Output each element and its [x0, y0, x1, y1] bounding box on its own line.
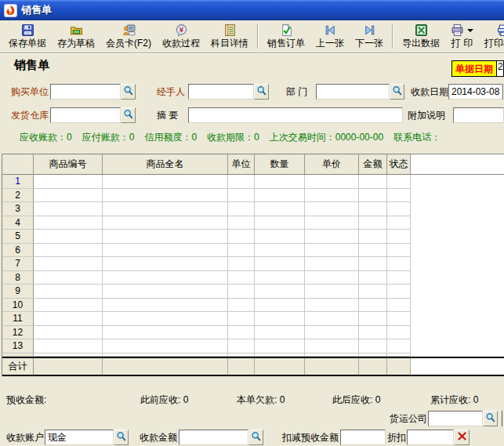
- grid-cell[interactable]: [228, 189, 255, 203]
- grid-cell[interactable]: [228, 285, 255, 299]
- row-number[interactable]: 2: [2, 189, 34, 203]
- abstract-input[interactable]: [188, 107, 403, 123]
- account-lookup-button[interactable]: [114, 430, 129, 445]
- grid-cell[interactable]: [387, 312, 411, 326]
- column-header[interactable]: 数量: [255, 154, 305, 174]
- grid-cell[interactable]: [255, 312, 305, 326]
- grid-cell[interactable]: [255, 175, 305, 189]
- payment-account-input[interactable]: [45, 430, 114, 445]
- row-number[interactable]: 11: [2, 312, 34, 326]
- grid-cell[interactable]: [387, 271, 411, 285]
- grid-cell[interactable]: [255, 189, 305, 203]
- handler-lookup-button[interactable]: [254, 84, 269, 100]
- grid-cell[interactable]: [387, 189, 411, 203]
- grid-cell[interactable]: [387, 244, 411, 258]
- grid-cell[interactable]: [228, 175, 255, 189]
- grid-cell[interactable]: [387, 230, 411, 244]
- grid-cell[interactable]: [34, 271, 103, 285]
- grid-cell[interactable]: [103, 202, 228, 216]
- grid-cell[interactable]: [387, 202, 411, 216]
- payment-process-button[interactable]: ¥ 收款过程: [157, 21, 205, 52]
- next-button[interactable]: 下一张: [350, 21, 389, 52]
- grid-cell[interactable]: [255, 271, 305, 285]
- grid-cell[interactable]: [305, 189, 359, 203]
- grid-cell[interactable]: [359, 216, 387, 230]
- collect-date-input[interactable]: [448, 84, 502, 100]
- row-number[interactable]: 4: [2, 216, 34, 230]
- previous-button[interactable]: 上一张: [310, 21, 350, 52]
- row-number[interactable]: 7: [2, 257, 34, 271]
- column-header[interactable]: 单价: [305, 154, 359, 174]
- row-number[interactable]: 8: [2, 271, 34, 285]
- grid-cell[interactable]: [387, 326, 411, 340]
- grid-cell[interactable]: [387, 285, 411, 299]
- grid-cell[interactable]: [387, 175, 411, 189]
- column-header[interactable]: 金额: [359, 154, 387, 174]
- handler-input[interactable]: [188, 84, 254, 100]
- grid-cell[interactable]: [305, 285, 359, 299]
- grid-cell[interactable]: [228, 299, 255, 313]
- grid-cell[interactable]: [103, 312, 228, 326]
- grid-cell[interactable]: [255, 354, 305, 357]
- discount-input[interactable]: [407, 430, 454, 445]
- row-number[interactable]: [2, 354, 34, 357]
- grid-cell[interactable]: [359, 339, 387, 354]
- row-number[interactable]: 13: [2, 339, 34, 354]
- grid-cell[interactable]: [387, 354, 411, 357]
- column-header[interactable]: 状态: [387, 154, 411, 174]
- column-header[interactable]: 商品全名: [103, 154, 228, 174]
- freight-lookup-button[interactable]: [483, 411, 498, 426]
- grid-cell[interactable]: [305, 312, 359, 326]
- column-header[interactable]: 单位: [228, 154, 255, 174]
- save-order-button[interactable]: 保存单据: [3, 21, 52, 52]
- grid-cell[interactable]: [34, 312, 103, 326]
- grid-cell[interactable]: [255, 202, 305, 216]
- grid-cell[interactable]: [228, 257, 255, 271]
- grid-cell[interactable]: [34, 244, 103, 258]
- grid-cell[interactable]: [255, 339, 305, 354]
- row-number-header[interactable]: [2, 154, 34, 174]
- caret-down-icon[interactable]: [467, 29, 473, 32]
- titlebar[interactable]: 销售单: [0, 0, 504, 20]
- warehouse-lookup-button[interactable]: [121, 107, 136, 123]
- row-number[interactable]: 6: [2, 244, 34, 258]
- save-draft-button[interactable]: 存为草稿: [52, 21, 100, 52]
- grid-cell[interactable]: [359, 271, 387, 285]
- grid-cell[interactable]: [359, 312, 387, 326]
- subject-details-button[interactable]: 科目详情: [205, 21, 254, 52]
- sales-order-button[interactable]: 销售订单: [262, 21, 310, 52]
- row-number[interactable]: 12: [2, 326, 34, 340]
- grid-cell[interactable]: [34, 202, 103, 216]
- grid-cell[interactable]: [255, 257, 305, 271]
- grid-cell[interactable]: [103, 175, 228, 189]
- buyer-lookup-button[interactable]: [121, 84, 136, 100]
- grid-cell[interactable]: [305, 244, 359, 258]
- grid-cell[interactable]: [255, 244, 305, 258]
- grid-cell[interactable]: [359, 285, 387, 299]
- buyer-input[interactable]: [50, 84, 121, 100]
- grid-cell[interactable]: [34, 189, 103, 203]
- grid-cell[interactable]: [387, 339, 411, 354]
- payment-amount-input[interactable]: [179, 430, 248, 445]
- department-lookup-button[interactable]: [390, 84, 404, 100]
- extra-note-input[interactable]: [453, 107, 504, 123]
- grid-cell[interactable]: [34, 257, 103, 271]
- grid-cell[interactable]: [359, 202, 387, 216]
- grid-cell[interactable]: [255, 285, 305, 299]
- grid-cell[interactable]: [305, 257, 359, 271]
- grid-cell[interactable]: [255, 230, 305, 244]
- freight-company-input[interactable]: [428, 411, 483, 426]
- grid-cell[interactable]: [359, 257, 387, 271]
- grid-cell[interactable]: [255, 299, 305, 313]
- print-style-button[interactable]: 打印样式: [479, 21, 504, 52]
- grid-cell[interactable]: [305, 326, 359, 340]
- grid-cell[interactable]: [387, 257, 411, 271]
- print-button[interactable]: 打 印: [445, 21, 479, 52]
- grid-cell[interactable]: [228, 326, 255, 340]
- grid-cell[interactable]: [103, 257, 228, 271]
- grid-cell[interactable]: [305, 175, 359, 189]
- row-number[interactable]: 5: [2, 230, 34, 244]
- column-header[interactable]: 商品编号: [34, 154, 103, 174]
- grid-cell[interactable]: [103, 285, 228, 299]
- grid-cell[interactable]: [34, 326, 103, 340]
